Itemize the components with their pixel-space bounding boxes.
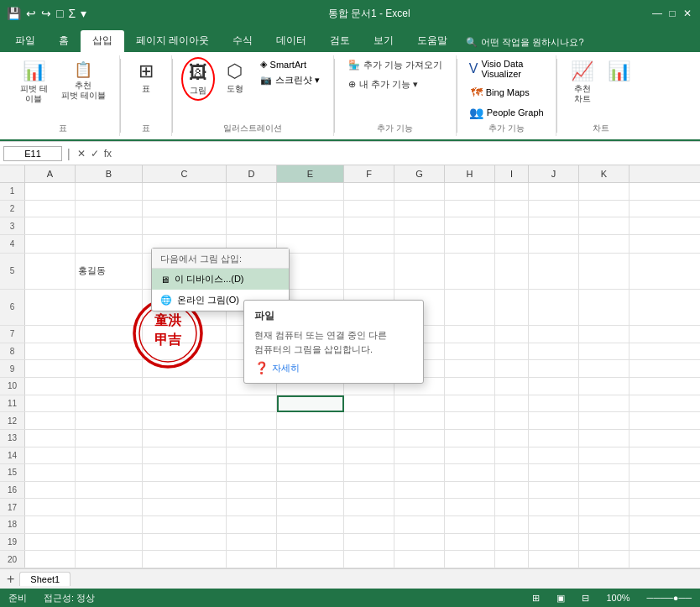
cell-F16[interactable] <box>344 482 394 499</box>
cell-B3[interactable] <box>76 217 143 234</box>
col-header-J[interactable]: J <box>529 165 579 182</box>
col-header-F[interactable]: F <box>344 165 394 182</box>
cell-F14[interactable] <box>344 447 394 464</box>
cell-E12[interactable] <box>277 412 344 429</box>
cell-F11[interactable] <box>344 395 394 412</box>
cell-B14[interactable] <box>76 447 143 464</box>
cell-E19[interactable] <box>277 534 344 551</box>
col-header-D[interactable]: D <box>227 165 277 182</box>
save-icon[interactable]: 💾 <box>7 7 21 20</box>
cell-H3[interactable] <box>445 217 495 234</box>
cell-D11[interactable] <box>227 395 277 412</box>
more-icon[interactable]: ▾ <box>81 7 86 20</box>
confirm-formula-icon[interactable]: ✓ <box>89 148 101 160</box>
my-addins-button[interactable]: ⊕ 내 추가 기능 ▾ <box>343 76 447 92</box>
cell-K9[interactable] <box>579 360 629 377</box>
cell-B17[interactable] <box>76 499 143 515</box>
shapes-button[interactable]: ⬡ 도형 <box>218 57 252 97</box>
cell-A9[interactable] <box>25 360 76 377</box>
cell-G4[interactable] <box>394 235 445 253</box>
cell-A15[interactable] <box>25 464 76 481</box>
cell-J8[interactable] <box>529 343 579 360</box>
cell-E3[interactable] <box>277 217 344 234</box>
cell-C15[interactable] <box>143 464 227 481</box>
cell-F19[interactable] <box>344 534 394 551</box>
zoom-slider[interactable]: ────●── <box>647 593 692 603</box>
cell-E11[interactable] <box>277 395 344 412</box>
cell-K1[interactable] <box>579 183 629 200</box>
tab-insert[interactable]: 삽입 <box>81 30 124 52</box>
cell-I10[interactable] <box>495 378 529 395</box>
cell-J7[interactable] <box>529 326 579 343</box>
cell-D2[interactable] <box>227 201 277 217</box>
get-addins-button[interactable]: 🏪 추가 기능 가져오기 <box>343 57 447 73</box>
cell-A3[interactable] <box>25 217 76 234</box>
close-button[interactable]: ✕ <box>682 8 693 19</box>
picture-button[interactable]: 🖼 그림 <box>181 57 215 101</box>
cell-F4[interactable] <box>344 235 394 253</box>
cell-A6[interactable] <box>25 290 76 325</box>
cell-A4[interactable] <box>25 235 76 253</box>
cell-I3[interactable] <box>495 217 529 234</box>
cell-J12[interactable] <box>529 412 579 429</box>
cell-K4[interactable] <box>579 235 629 253</box>
cell-J10[interactable] <box>529 378 579 395</box>
cell-G5[interactable] <box>394 254 445 289</box>
cell-H1[interactable] <box>445 183 495 200</box>
cell-E16[interactable] <box>277 482 344 499</box>
cell-G18[interactable] <box>394 516 445 533</box>
cell-K7[interactable] <box>579 326 629 343</box>
cell-H8[interactable] <box>445 343 495 360</box>
cell-E17[interactable] <box>277 499 344 515</box>
cell-H6[interactable] <box>445 290 495 325</box>
cell-F15[interactable] <box>344 464 394 481</box>
cell-B1[interactable] <box>76 183 143 200</box>
tooltip-more-link[interactable]: ❓ 자세히 <box>254 361 413 374</box>
cell-G16[interactable] <box>394 482 445 499</box>
recommended-chart-button[interactable]: 📈 추천차트 <box>566 57 599 107</box>
cell-A11[interactable] <box>25 395 76 412</box>
cell-B10[interactable] <box>76 378 143 395</box>
sum-icon[interactable]: Σ <box>68 7 76 20</box>
cell-K20[interactable] <box>579 551 629 568</box>
cell-B20[interactable] <box>76 551 143 568</box>
cell-C12[interactable] <box>143 412 227 429</box>
cell-B11[interactable] <box>76 395 143 412</box>
screenshot-button[interactable]: 📷 스크린샷 ▾ <box>255 72 325 88</box>
cell-I4[interactable] <box>495 235 529 253</box>
insert-function-icon[interactable]: fx <box>102 148 113 160</box>
cell-K14[interactable] <box>579 447 629 464</box>
cell-B5[interactable]: 홍길동 <box>76 254 143 289</box>
cell-B4[interactable] <box>76 235 143 253</box>
cell-I6[interactable] <box>495 290 529 325</box>
cell-G3[interactable] <box>394 217 445 234</box>
people-graph-button[interactable]: 👥 People Graph <box>466 104 547 121</box>
cell-D3[interactable] <box>227 217 277 234</box>
cell-E14[interactable] <box>277 447 344 464</box>
col-header-I[interactable]: I <box>495 165 529 182</box>
cell-E13[interactable] <box>277 430 344 447</box>
cell-B12[interactable] <box>76 412 143 429</box>
cell-E18[interactable] <box>277 516 344 533</box>
tab-help[interactable]: 도움말 <box>405 30 459 52</box>
view-pagebreak-icon[interactable]: ⊟ <box>582 593 589 604</box>
cell-A14[interactable] <box>25 447 76 464</box>
cell-I13[interactable] <box>495 430 529 447</box>
cell-A8[interactable] <box>25 343 76 360</box>
bar-chart-button[interactable]: 📊 <box>603 57 636 87</box>
cell-B13[interactable] <box>76 430 143 447</box>
cell-C13[interactable] <box>143 430 227 447</box>
cell-G1[interactable] <box>394 183 445 200</box>
cell-J6[interactable] <box>529 290 579 325</box>
tab-formulas[interactable]: 수식 <box>221 30 264 52</box>
cell-K15[interactable] <box>579 464 629 481</box>
cell-H17[interactable] <box>445 499 495 515</box>
cell-J15[interactable] <box>529 464 579 481</box>
cell-D14[interactable] <box>227 447 277 464</box>
cell-J18[interactable] <box>529 516 579 533</box>
cell-K16[interactable] <box>579 482 629 499</box>
cell-I12[interactable] <box>495 412 529 429</box>
search-label[interactable]: 어떤 작업을 원하시나요? <box>481 36 583 49</box>
col-header-A[interactable]: A <box>25 165 76 182</box>
cell-B19[interactable] <box>76 534 143 551</box>
